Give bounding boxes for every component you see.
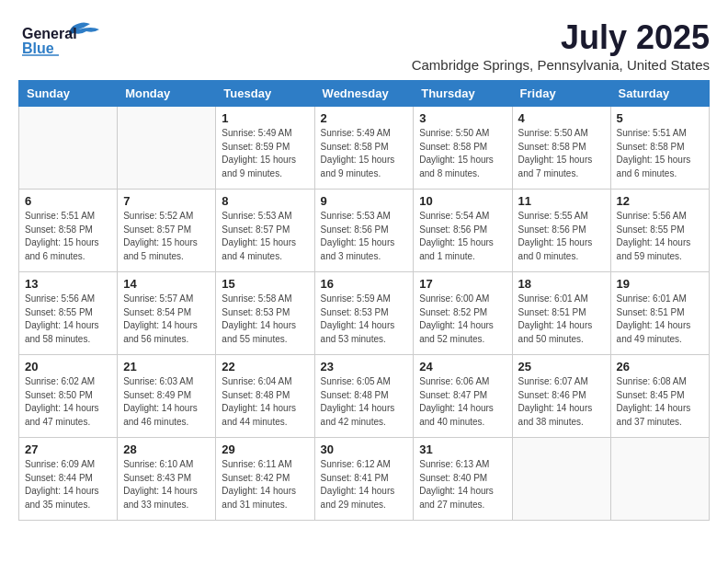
header-monday: Monday bbox=[118, 81, 216, 107]
location-title: Cambridge Springs, Pennsylvania, United … bbox=[412, 57, 710, 73]
calendar-cell: 7Sunrise: 5:52 AMSunset: 8:57 PMDaylight… bbox=[118, 190, 216, 272]
calendar-week-2: 6Sunrise: 5:51 AMSunset: 8:58 PMDaylight… bbox=[19, 190, 710, 272]
day-info: Sunrise: 6:02 AMSunset: 8:50 PMDaylight:… bbox=[25, 375, 111, 429]
day-number: 29 bbox=[222, 442, 308, 456]
day-info: Sunrise: 5:51 AMSunset: 8:58 PMDaylight:… bbox=[25, 210, 111, 263]
day-number: 2 bbox=[321, 111, 408, 125]
day-number: 18 bbox=[518, 277, 605, 291]
calendar-cell: 25Sunrise: 6:07 AMSunset: 8:46 PMDayligh… bbox=[512, 355, 610, 438]
day-number: 17 bbox=[419, 277, 506, 291]
day-number: 6 bbox=[25, 194, 111, 208]
calendar-cell bbox=[512, 438, 610, 521]
calendar-cell: 30Sunrise: 6:12 AMSunset: 8:41 PMDayligh… bbox=[314, 438, 414, 521]
page-header: General Blue July 2025 Cambridge Springs… bbox=[18, 18, 710, 73]
day-number: 7 bbox=[123, 194, 210, 208]
day-info: Sunrise: 5:50 AMSunset: 8:58 PMDaylight:… bbox=[518, 127, 605, 180]
calendar-cell: 22Sunrise: 6:04 AMSunset: 8:48 PMDayligh… bbox=[216, 355, 314, 438]
day-number: 26 bbox=[617, 360, 703, 373]
day-number: 24 bbox=[419, 360, 506, 373]
calendar-cell: 29Sunrise: 6:11 AMSunset: 8:42 PMDayligh… bbox=[216, 438, 314, 521]
day-info: Sunrise: 6:05 AMSunset: 8:48 PMDaylight:… bbox=[321, 375, 408, 429]
day-info: Sunrise: 6:11 AMSunset: 8:42 PMDaylight:… bbox=[222, 458, 308, 511]
calendar-week-1: 1Sunrise: 5:49 AMSunset: 8:59 PMDaylight… bbox=[19, 107, 710, 190]
calendar-cell: 21Sunrise: 6:03 AMSunset: 8:49 PMDayligh… bbox=[118, 355, 216, 438]
svg-text:General: General bbox=[22, 26, 77, 41]
day-number: 10 bbox=[419, 194, 506, 208]
day-info: Sunrise: 6:06 AMSunset: 8:47 PMDaylight:… bbox=[419, 375, 506, 429]
day-info: Sunrise: 5:52 AMSunset: 8:57 PMDaylight:… bbox=[123, 210, 210, 263]
day-number: 11 bbox=[518, 194, 605, 208]
header-friday: Friday bbox=[512, 81, 610, 107]
day-info: Sunrise: 6:00 AMSunset: 8:52 PMDaylight:… bbox=[419, 293, 506, 346]
header-wednesday: Wednesday bbox=[314, 81, 414, 107]
calendar-week-5: 27Sunrise: 6:09 AMSunset: 8:44 PMDayligh… bbox=[19, 438, 710, 521]
day-number: 28 bbox=[123, 442, 210, 456]
svg-text:Blue: Blue bbox=[22, 40, 54, 56]
calendar-cell bbox=[19, 107, 118, 190]
header-saturday: Saturday bbox=[610, 81, 709, 107]
calendar-cell bbox=[118, 107, 216, 190]
day-number: 5 bbox=[617, 111, 703, 125]
calendar-cell: 10Sunrise: 5:54 AMSunset: 8:56 PMDayligh… bbox=[414, 190, 512, 272]
day-info: Sunrise: 5:50 AMSunset: 8:58 PMDaylight:… bbox=[419, 127, 506, 180]
day-info: Sunrise: 5:55 AMSunset: 8:56 PMDaylight:… bbox=[518, 210, 605, 263]
day-info: Sunrise: 5:51 AMSunset: 8:58 PMDaylight:… bbox=[617, 127, 703, 180]
day-info: Sunrise: 5:56 AMSunset: 8:55 PMDaylight:… bbox=[617, 210, 703, 263]
day-info: Sunrise: 6:03 AMSunset: 8:49 PMDaylight:… bbox=[123, 375, 210, 429]
calendar-table: SundayMondayTuesdayWednesdayThursdayFrid… bbox=[18, 80, 710, 521]
day-number: 4 bbox=[518, 111, 605, 125]
day-number: 3 bbox=[419, 111, 506, 125]
calendar-cell: 13Sunrise: 5:56 AMSunset: 8:55 PMDayligh… bbox=[19, 272, 118, 355]
day-info: Sunrise: 6:01 AMSunset: 8:51 PMDaylight:… bbox=[518, 293, 605, 346]
day-info: Sunrise: 5:59 AMSunset: 8:53 PMDaylight:… bbox=[321, 293, 408, 346]
day-info: Sunrise: 6:13 AMSunset: 8:40 PMDaylight:… bbox=[419, 458, 506, 511]
month-title: July 2025 bbox=[412, 18, 710, 57]
calendar-cell: 17Sunrise: 6:00 AMSunset: 8:52 PMDayligh… bbox=[414, 272, 512, 355]
day-number: 22 bbox=[222, 360, 308, 373]
day-info: Sunrise: 6:01 AMSunset: 8:51 PMDaylight:… bbox=[617, 293, 703, 346]
calendar-week-4: 20Sunrise: 6:02 AMSunset: 8:50 PMDayligh… bbox=[19, 355, 710, 438]
calendar-cell: 5Sunrise: 5:51 AMSunset: 8:58 PMDaylight… bbox=[610, 107, 709, 190]
day-info: Sunrise: 6:04 AMSunset: 8:48 PMDaylight:… bbox=[222, 375, 308, 429]
calendar-cell: 12Sunrise: 5:56 AMSunset: 8:55 PMDayligh… bbox=[610, 190, 709, 272]
day-number: 25 bbox=[518, 360, 605, 373]
day-info: Sunrise: 6:07 AMSunset: 8:46 PMDaylight:… bbox=[518, 375, 605, 429]
day-number: 27 bbox=[25, 442, 111, 456]
calendar-cell: 4Sunrise: 5:50 AMSunset: 8:58 PMDaylight… bbox=[512, 107, 610, 190]
day-number: 13 bbox=[25, 277, 111, 291]
day-number: 19 bbox=[617, 277, 703, 291]
day-number: 1 bbox=[222, 111, 308, 125]
calendar-cell: 8Sunrise: 5:53 AMSunset: 8:57 PMDaylight… bbox=[216, 190, 314, 272]
day-info: Sunrise: 5:49 AMSunset: 8:58 PMDaylight:… bbox=[321, 127, 408, 180]
day-number: 15 bbox=[222, 277, 308, 291]
calendar-cell: 24Sunrise: 6:06 AMSunset: 8:47 PMDayligh… bbox=[414, 355, 512, 438]
calendar-cell: 2Sunrise: 5:49 AMSunset: 8:58 PMDaylight… bbox=[314, 107, 414, 190]
day-info: Sunrise: 6:10 AMSunset: 8:43 PMDaylight:… bbox=[123, 458, 210, 511]
day-number: 12 bbox=[617, 194, 703, 208]
day-info: Sunrise: 5:53 AMSunset: 8:57 PMDaylight:… bbox=[222, 210, 308, 263]
day-info: Sunrise: 5:53 AMSunset: 8:56 PMDaylight:… bbox=[321, 210, 408, 263]
calendar-cell: 3Sunrise: 5:50 AMSunset: 8:58 PMDaylight… bbox=[414, 107, 512, 190]
calendar-cell: 31Sunrise: 6:13 AMSunset: 8:40 PMDayligh… bbox=[414, 438, 512, 521]
calendar-cell: 16Sunrise: 5:59 AMSunset: 8:53 PMDayligh… bbox=[314, 272, 414, 355]
day-number: 9 bbox=[321, 194, 408, 208]
header-tuesday: Tuesday bbox=[216, 81, 314, 107]
calendar-cell: 23Sunrise: 6:05 AMSunset: 8:48 PMDayligh… bbox=[314, 355, 414, 438]
calendar-cell: 27Sunrise: 6:09 AMSunset: 8:44 PMDayligh… bbox=[19, 438, 118, 521]
day-info: Sunrise: 5:54 AMSunset: 8:56 PMDaylight:… bbox=[419, 210, 506, 263]
calendar-cell: 1Sunrise: 5:49 AMSunset: 8:59 PMDaylight… bbox=[216, 107, 314, 190]
calendar-cell: 14Sunrise: 5:57 AMSunset: 8:54 PMDayligh… bbox=[118, 272, 216, 355]
day-info: Sunrise: 6:12 AMSunset: 8:41 PMDaylight:… bbox=[321, 458, 408, 511]
calendar-cell: 6Sunrise: 5:51 AMSunset: 8:58 PMDaylight… bbox=[19, 190, 118, 272]
calendar-week-3: 13Sunrise: 5:56 AMSunset: 8:55 PMDayligh… bbox=[19, 272, 710, 355]
calendar-cell: 20Sunrise: 6:02 AMSunset: 8:50 PMDayligh… bbox=[19, 355, 118, 438]
logo-svg: General Blue bbox=[18, 18, 119, 59]
calendar-cell: 11Sunrise: 5:55 AMSunset: 8:56 PMDayligh… bbox=[512, 190, 610, 272]
day-number: 21 bbox=[123, 360, 210, 373]
day-info: Sunrise: 5:57 AMSunset: 8:54 PMDaylight:… bbox=[123, 293, 210, 346]
day-number: 20 bbox=[25, 360, 111, 373]
calendar-header-row: SundayMondayTuesdayWednesdayThursdayFrid… bbox=[19, 81, 710, 107]
day-number: 31 bbox=[419, 442, 506, 456]
calendar-cell: 18Sunrise: 6:01 AMSunset: 8:51 PMDayligh… bbox=[512, 272, 610, 355]
logo: General Blue bbox=[18, 18, 119, 59]
